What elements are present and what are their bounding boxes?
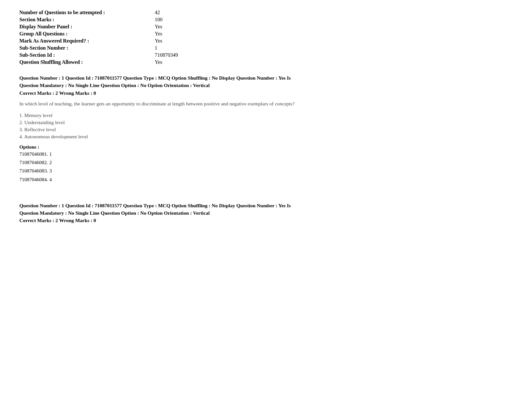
info-label: Group All Questions : xyxy=(19,31,155,37)
question-meta-line1: Question Number : 1 Question Id : 710870… xyxy=(19,74,513,82)
info-value: 100 xyxy=(155,17,163,23)
info-value: 710870349 xyxy=(155,52,178,58)
question-block: Question Number : 1 Question Id : 710870… xyxy=(19,74,513,184)
info-label: Mark As Answered Required? : xyxy=(19,38,155,44)
info-row: Group All Questions :Yes xyxy=(19,31,513,37)
option-id-list: 71087046081. 171087046082. 271087046083.… xyxy=(19,150,513,184)
option-item: 4. Autonomous development level xyxy=(19,134,513,140)
question-marks: Correct Marks : 2 Wrong Marks : 0 xyxy=(19,217,513,224)
info-label: Display Number Panel : xyxy=(19,24,155,30)
info-row: Number of Questions to be attempted :42 xyxy=(19,10,513,15)
question-text: In which level of teaching, the learner … xyxy=(19,100,513,108)
questions-container: Question Number : 1 Question Id : 710870… xyxy=(19,74,513,224)
info-value: 1 xyxy=(155,45,157,51)
question-meta-line1: Question Number : 1 Question Id : 710870… xyxy=(19,202,513,209)
question-meta-line2: Question Mandatory : No Single Line Ques… xyxy=(19,82,513,89)
info-row: Mark As Answered Required? :Yes xyxy=(19,38,513,44)
question-meta: Question Number : 1 Question Id : 710870… xyxy=(19,202,513,224)
info-value: Yes xyxy=(155,38,162,44)
question-meta: Question Number : 1 Question Id : 710870… xyxy=(19,74,513,97)
info-label: Sub-Section Id : xyxy=(19,52,155,58)
info-value: 42 xyxy=(155,10,160,15)
question-meta-line2: Question Mandatory : No Single Line Ques… xyxy=(19,209,513,217)
info-row: Sub-Section Id :710870349 xyxy=(19,52,513,58)
info-row: Question Shuffling Allowed :Yes xyxy=(19,59,513,65)
info-row: Section Marks :100 xyxy=(19,17,513,23)
option-item: 1. Memory level xyxy=(19,113,513,118)
info-table: Number of Questions to be attempted :42S… xyxy=(19,10,513,65)
info-value: Yes xyxy=(155,24,162,30)
question-marks: Correct Marks : 2 Wrong Marks : 0 xyxy=(19,89,513,97)
info-label: Question Shuffling Allowed : xyxy=(19,59,155,65)
info-value: Yes xyxy=(155,59,162,65)
info-row: Sub-Section Number :1 xyxy=(19,45,513,51)
info-label: Number of Questions to be attempted : xyxy=(19,10,155,15)
info-value: Yes xyxy=(155,31,162,37)
option-list: 1. Memory level2. Understanding level3. … xyxy=(19,113,513,140)
info-row: Display Number Panel :Yes xyxy=(19,24,513,30)
question-block: Question Number : 1 Question Id : 710870… xyxy=(19,202,513,224)
option-item: 3. Reflective level xyxy=(19,127,513,132)
info-label: Section Marks : xyxy=(19,17,155,23)
info-label: Sub-Section Number : xyxy=(19,45,155,51)
option-item: 2. Understanding level xyxy=(19,120,513,125)
options-label: Options : xyxy=(19,144,513,150)
options-section: Options :71087046081. 171087046082. 2710… xyxy=(19,144,513,184)
